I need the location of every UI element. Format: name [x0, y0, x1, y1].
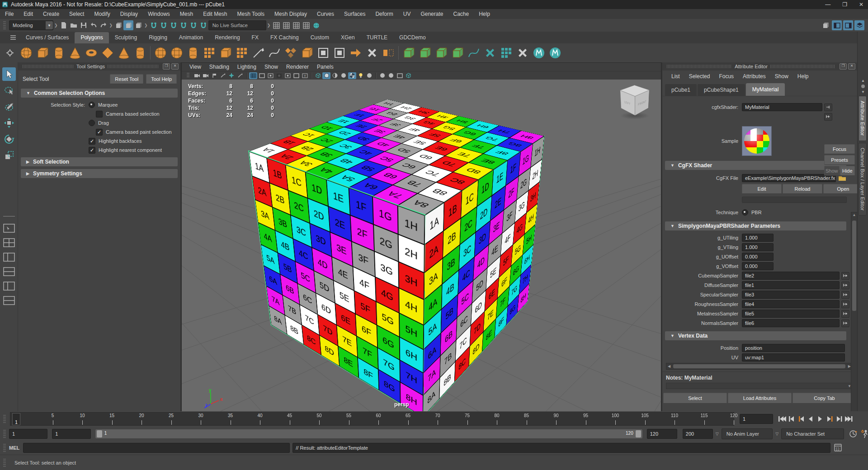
scroll-down-icon[interactable]: ▼ — [861, 90, 865, 94]
screen-space-ao-icon[interactable] — [378, 72, 387, 79]
character-set-selector[interactable]: No Character Set — [781, 428, 844, 439]
shelf-tab-curves-surfaces[interactable]: Curves / Surfaces — [20, 32, 75, 43]
current-frame-field[interactable]: 1 — [740, 414, 773, 424]
scroll-up-icon[interactable]: ▲ — [853, 212, 856, 218]
reset-tool-button[interactable]: Reset Tool — [110, 74, 143, 84]
radio-marquee[interactable] — [89, 102, 95, 108]
connection-icon[interactable] — [841, 301, 849, 308]
poly-grid-icon[interactable] — [201, 45, 217, 61]
select-button[interactable]: Select — [663, 393, 727, 404]
group-collapse-icon[interactable]: ❯ — [144, 23, 148, 28]
sidebar-tab-channel-box-layer-editor[interactable]: Channel Box / Layer Editor — [859, 143, 867, 216]
snap-view-plane-icon[interactable] — [189, 20, 198, 30]
use-all-lights-icon[interactable] — [357, 72, 365, 79]
chevron-down-icon[interactable]: ▽ — [775, 432, 778, 436]
show-button[interactable]: Show — [824, 166, 840, 176]
film-gate-icon[interactable] — [258, 72, 266, 79]
horizontal-scrollbar[interactable]: ◀ ▶ — [666, 363, 853, 370]
close-panel-icon[interactable]: ✕ — [171, 63, 179, 70]
polySphere-icon[interactable] — [18, 45, 34, 61]
connection-icon[interactable] — [841, 320, 849, 327]
select-component-icon[interactable] — [133, 20, 143, 30]
menu-cache[interactable]: Cache — [448, 9, 474, 19]
menu-surfaces[interactable]: Surfaces — [339, 9, 370, 19]
make-not-live-icon[interactable] — [198, 20, 208, 30]
connection-icon[interactable] — [841, 291, 849, 299]
load-attributes-button[interactable]: Load Attributes — [728, 393, 792, 404]
two-pane-side-layout-icon[interactable] — [2, 252, 16, 263]
presets-button[interactable]: Presets — [824, 155, 855, 165]
hypergraph-persp-layout-icon[interactable] — [2, 295, 16, 306]
step-back-key-button[interactable] — [797, 414, 805, 424]
xray-icon[interactable] — [404, 72, 412, 79]
range-slider-grip[interactable] — [3, 430, 6, 438]
cgfx-file-field[interactable]: eExample\SimplygonMayaPBRShader.fx — [742, 174, 836, 182]
float-panel-icon[interactable]: ❐ — [163, 63, 170, 70]
group-collapse-icon[interactable]: ❯ — [54, 23, 58, 28]
technique-radio[interactable] — [742, 209, 748, 216]
mirror-icon[interactable] — [380, 45, 396, 61]
poly-cube2-icon[interactable] — [217, 45, 234, 61]
combine-icon[interactable] — [315, 45, 331, 61]
scroll-up-icon[interactable]: ▲ — [861, 79, 865, 83]
section-cgfx-shader[interactable]: ▼ CgFX Shader — [665, 161, 846, 170]
range-end-handle[interactable] — [636, 430, 641, 437]
scroll-left-icon[interactable]: ◀ — [666, 364, 672, 368]
quad-draw-icon[interactable] — [401, 45, 417, 61]
param-field-cubemapsampler[interactable]: file2 — [742, 272, 840, 280]
extrude-icon[interactable] — [299, 45, 315, 61]
grease-pencil-icon[interactable] — [236, 72, 244, 79]
menu-mesh-display[interactable]: Mesh Display — [269, 9, 312, 19]
menu-help[interactable]: Help — [474, 9, 495, 19]
save-scene-icon[interactable] — [79, 20, 89, 30]
four-pane-layout-icon[interactable] — [2, 237, 16, 248]
shelf-option-icon[interactable] — [861, 85, 865, 88]
scale-tool-icon[interactable] — [2, 149, 16, 162]
maximize-button[interactable]: ❐ — [842, 1, 847, 8]
scrollbar-thumb[interactable] — [673, 364, 845, 368]
material-sample-swatch[interactable] — [742, 126, 772, 156]
shelf-tab-gdcdemo[interactable]: GDCDemo — [393, 32, 432, 43]
render-settings-icon[interactable] — [301, 20, 311, 30]
polyTorus-icon[interactable] — [83, 45, 99, 61]
viewport-menu-panels[interactable]: Panels — [313, 64, 338, 70]
edit-button[interactable]: Edit — [742, 184, 782, 194]
live-surface-field[interactable]: No Live Surface — [208, 20, 266, 30]
gate-mask-icon[interactable] — [275, 72, 283, 79]
target-weld-icon[interactable] — [433, 45, 449, 61]
connect-icon[interactable] — [466, 45, 482, 61]
minimize-button[interactable]: — — [825, 1, 830, 8]
boolean-icon[interactable] — [364, 45, 380, 61]
go-to-start-button[interactable] — [778, 414, 786, 424]
ae-menu-focus[interactable]: Focus — [714, 73, 738, 80]
param-field-metalnesssampler[interactable]: file5 — [742, 310, 840, 318]
script-editor-icon[interactable]: {;} — [834, 444, 842, 452]
connection-icon[interactable] — [841, 272, 849, 280]
bevel-icon[interactable] — [498, 45, 514, 61]
vertical-scrollbar[interactable]: ▲ — [851, 212, 858, 424]
param-field-diffusesampler[interactable]: file1 — [742, 281, 840, 289]
tool-help-button[interactable]: Tool Help — [146, 74, 177, 84]
go-to-end-button[interactable] — [844, 414, 853, 424]
param-field-specularsampler[interactable]: file3 — [742, 291, 840, 299]
vertex-field-uv[interactable]: uv:map1 — [742, 353, 845, 362]
current-time-marker[interactable]: 1 — [12, 413, 20, 425]
param-field-normalssampler[interactable]: file6 — [742, 319, 840, 327]
param-field-g-voffset[interactable]: 0.000 — [742, 262, 774, 270]
status-line-grip[interactable] — [3, 21, 6, 29]
playback-range-bar[interactable]: 1 120 — [95, 429, 642, 438]
snap-curve-icon[interactable] — [159, 20, 169, 30]
default-material-icon[interactable] — [340, 72, 348, 79]
menu-generate[interactable]: Generate — [415, 9, 448, 19]
motion-blur-icon[interactable] — [387, 72, 395, 79]
viewport-menu-lighting[interactable]: Lighting — [233, 64, 260, 70]
shelf-tab-fx[interactable]: FX — [246, 32, 264, 43]
range-start-handle[interactable] — [97, 430, 102, 437]
float-panel-icon[interactable]: ❐ — [840, 63, 847, 70]
notes-area[interactable]: ▼ — [666, 383, 854, 389]
camera-attributes-icon[interactable] — [202, 72, 210, 79]
shelf-tab-rigging[interactable]: Rigging — [143, 32, 173, 43]
connection-icon[interactable] — [841, 310, 849, 318]
undo-icon[interactable] — [89, 20, 99, 30]
menu-edit-mesh[interactable]: Edit Mesh — [198, 9, 232, 19]
